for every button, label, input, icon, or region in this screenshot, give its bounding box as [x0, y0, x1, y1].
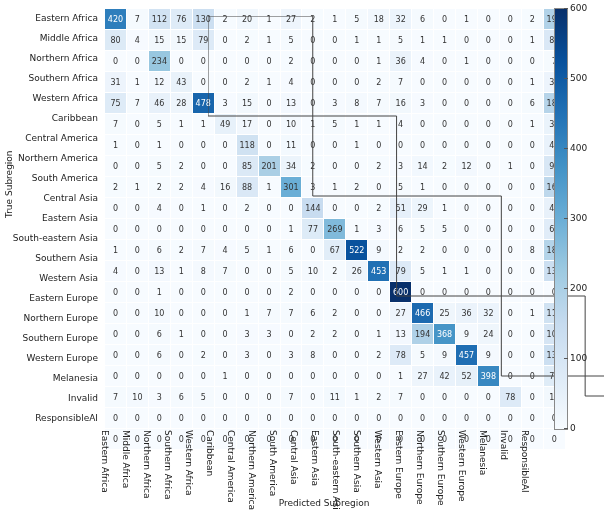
heatmap-cell: 0: [236, 219, 258, 240]
heatmap-cell: 0: [499, 408, 521, 429]
heatmap-cell: 0: [258, 51, 280, 72]
heatmap-cell: 5: [412, 345, 434, 366]
heatmap-cell: 0: [214, 324, 236, 345]
heatmap-cell: 11: [324, 387, 346, 408]
heatmap-cell: 80: [105, 30, 127, 51]
heatmap-cell: 36: [390, 51, 412, 72]
heatmap-cell: 2: [302, 156, 324, 177]
heatmap-cell: 42: [434, 366, 456, 387]
heatmap-cell: 0: [105, 156, 127, 177]
x-tick-label: Central Asia: [289, 430, 299, 485]
heatmap-cell: 52: [456, 366, 478, 387]
heatmap-cell: 368: [434, 324, 456, 345]
heatmap-cell: 2: [170, 240, 192, 261]
heatmap-cell: 194: [412, 324, 434, 345]
heatmap-cell: 0: [477, 114, 499, 135]
heatmap-cell: 0: [324, 408, 346, 429]
heatmap-cell: 7: [280, 387, 302, 408]
y-tick-label: Central America: [0, 128, 102, 148]
heatmap-cell: 0: [346, 345, 368, 366]
heatmap-cell: 1: [499, 156, 521, 177]
heatmap-cell: 0: [368, 282, 390, 303]
heatmap-cell: 600: [390, 282, 412, 303]
heatmap-cell: 1: [258, 30, 280, 51]
heatmap-cell: 2: [236, 198, 258, 219]
heatmap-cell: 3: [368, 219, 390, 240]
heatmap-cell: 7: [105, 114, 127, 135]
heatmap-cell: 144: [302, 198, 324, 219]
heatmap-cell: 0: [434, 51, 456, 72]
heatmap-cell: 1: [368, 324, 390, 345]
colorbar-tick: 100: [570, 353, 587, 363]
heatmap-cell: 1: [126, 72, 148, 93]
heatmap-cell: 6: [521, 93, 543, 114]
heatmap-cell: 0: [214, 282, 236, 303]
heatmap-cell: 34: [280, 156, 302, 177]
y-tick-label: Eastern Asia: [0, 208, 102, 228]
heatmap-cell: 1: [192, 114, 214, 135]
heatmap-cell: 0: [477, 408, 499, 429]
heatmap-cell: 0: [214, 408, 236, 429]
heatmap-cell: 7: [126, 93, 148, 114]
colorbar: [554, 8, 568, 430]
heatmap-cell: 2: [148, 177, 170, 198]
heatmap-cell: 10: [280, 114, 302, 135]
heatmap-cell: 76: [170, 9, 192, 30]
heatmap-cell: 0: [126, 198, 148, 219]
heatmap-cell: 5: [434, 219, 456, 240]
heatmap-cell: 0: [280, 198, 302, 219]
heatmap-cell: 0: [346, 366, 368, 387]
heatmap-cell: 0: [192, 303, 214, 324]
heatmap-cell: 2: [368, 156, 390, 177]
heatmap-cell: 2: [324, 261, 346, 282]
x-tick-label: Northern Africa: [142, 430, 152, 498]
heatmap-cell: 4: [390, 114, 412, 135]
heatmap-cell: 2: [302, 324, 324, 345]
heatmap-cell: 0: [280, 324, 302, 345]
heatmap-cell: 0: [258, 198, 280, 219]
heatmap-cell: 0: [434, 93, 456, 114]
heatmap-cell: 398: [477, 366, 499, 387]
y-tick-label: Southern Asia: [0, 248, 102, 268]
heatmap-cell: 2: [236, 72, 258, 93]
heatmap-cell: 0: [214, 303, 236, 324]
heatmap-cell: 0: [346, 303, 368, 324]
heatmap-cell: 0: [105, 303, 127, 324]
heatmap-cell: 0: [368, 408, 390, 429]
heatmap-cell: 0: [214, 30, 236, 51]
heatmap-cell: 0: [477, 177, 499, 198]
y-tick-label: Middle Africa: [0, 28, 102, 48]
heatmap-cell: 0: [499, 177, 521, 198]
heatmap-cell: 0: [477, 387, 499, 408]
heatmap-cell: 2: [390, 240, 412, 261]
heatmap-cell: 0: [456, 219, 478, 240]
heatmap-cell: 0: [302, 408, 324, 429]
heatmap-cell: 20: [236, 9, 258, 30]
heatmap-cell: 2: [280, 282, 302, 303]
heatmap-cell: 4: [148, 198, 170, 219]
heatmap-cell: 3: [390, 156, 412, 177]
heatmap-cell: 0: [521, 324, 543, 345]
heatmap-cell: 9: [368, 240, 390, 261]
heatmap-cell: 1: [324, 177, 346, 198]
heatmap-cell: 0: [236, 408, 258, 429]
heatmap-cell: 1: [324, 9, 346, 30]
heatmap-cell: 0: [346, 324, 368, 345]
heatmap-cell: 0: [521, 282, 543, 303]
heatmap-cell: 2: [236, 30, 258, 51]
heatmap-cell: 17: [236, 114, 258, 135]
heatmap-cell: 0: [346, 72, 368, 93]
heatmap-cell: 3: [236, 345, 258, 366]
heatmap-cell: 0: [126, 303, 148, 324]
heatmap-cell: 15: [170, 30, 192, 51]
heatmap-cell: 2: [324, 324, 346, 345]
heatmap-cell: 28: [170, 93, 192, 114]
heatmap-cell: 0: [499, 114, 521, 135]
y-tick-label: Southern Europe: [0, 328, 102, 348]
heatmap-cell: 0: [412, 408, 434, 429]
heatmap-cell: 1: [258, 72, 280, 93]
heatmap-cell: 2: [214, 9, 236, 30]
heatmap-cell: 0: [126, 345, 148, 366]
heatmap-cell: 0: [499, 93, 521, 114]
heatmap-cell: 6: [412, 9, 434, 30]
